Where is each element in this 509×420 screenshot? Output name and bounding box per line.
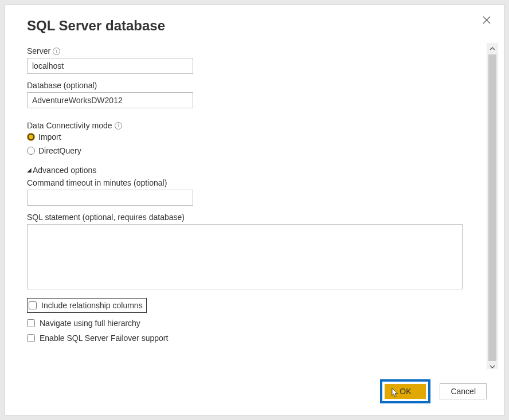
include-relationship-columns-checkbox[interactable] bbox=[29, 301, 37, 309]
enable-failover-row: Enable SQL Server Failover support bbox=[27, 333, 480, 343]
command-timeout-group: Command timeout in minutes (optional) bbox=[27, 178, 480, 206]
server-label: Server bbox=[27, 46, 50, 56]
include-relationship-columns-label: Include relationship columns bbox=[41, 301, 143, 310]
chevron-down-icon bbox=[489, 363, 496, 369]
dialog-footer: OK Cancel bbox=[5, 369, 504, 415]
dialog-title: SQL Server database bbox=[5, 5, 504, 40]
server-field-group: Server i bbox=[27, 46, 480, 74]
sql-server-database-dialog: SQL Server database Server i Database (o… bbox=[5, 5, 504, 415]
scrollbar-track[interactable] bbox=[487, 54, 498, 361]
dialog-content: Server i Database (optional) Data Connec… bbox=[27, 40, 487, 369]
close-icon bbox=[482, 15, 491, 25]
database-field-group: Database (optional) bbox=[27, 81, 480, 108]
navigate-full-hierarchy-row: Navigate using full hierarchy bbox=[27, 319, 480, 328]
database-input[interactable] bbox=[27, 92, 193, 108]
database-label: Database (optional) bbox=[27, 81, 97, 90]
sql-statement-input[interactable] bbox=[27, 224, 463, 289]
ok-button[interactable]: OK bbox=[385, 384, 426, 399]
server-input[interactable] bbox=[27, 58, 193, 74]
close-button[interactable] bbox=[482, 15, 491, 25]
enable-failover-checkbox[interactable] bbox=[27, 334, 35, 342]
directquery-radio[interactable] bbox=[27, 147, 35, 155]
navigate-full-hierarchy-checkbox[interactable] bbox=[27, 319, 35, 327]
sql-statement-group: SQL statement (optional, requires databa… bbox=[27, 213, 480, 291]
cancel-button[interactable]: Cancel bbox=[440, 383, 487, 399]
scrollbar-thumb[interactable] bbox=[488, 54, 496, 361]
directquery-radio-label: DirectQuery bbox=[38, 146, 81, 155]
scrollbar-up-arrow[interactable] bbox=[487, 43, 498, 54]
chevron-up-icon bbox=[489, 45, 496, 52]
info-icon[interactable]: i bbox=[115, 122, 122, 129]
sql-statement-label: SQL statement (optional, requires databa… bbox=[27, 213, 185, 222]
import-radio[interactable] bbox=[27, 133, 35, 141]
connectivity-field-group: Data Connectivity mode i Import DirectQu… bbox=[27, 121, 480, 155]
import-radio-label: Import bbox=[38, 132, 61, 142]
vertical-scrollbar[interactable] bbox=[487, 43, 498, 369]
scrollbar-down-arrow[interactable] bbox=[487, 361, 498, 369]
include-relationship-columns-row: Include relationship columns bbox=[27, 298, 147, 313]
command-timeout-label: Command timeout in minutes (optional) bbox=[27, 178, 167, 187]
enable-failover-label: Enable SQL Server Failover support bbox=[40, 333, 168, 343]
command-timeout-input[interactable] bbox=[27, 190, 193, 206]
navigate-full-hierarchy-label: Navigate using full hierarchy bbox=[40, 319, 140, 328]
ok-button-highlight: OK bbox=[380, 379, 430, 403]
advanced-options-toggle[interactable]: ◢ Advanced options bbox=[27, 166, 480, 175]
info-icon[interactable]: i bbox=[53, 48, 60, 55]
connectivity-label: Data Connectivity mode bbox=[27, 121, 112, 130]
chevron-down-icon: ◢ bbox=[27, 167, 32, 173]
advanced-options-label: Advanced options bbox=[33, 166, 96, 175]
